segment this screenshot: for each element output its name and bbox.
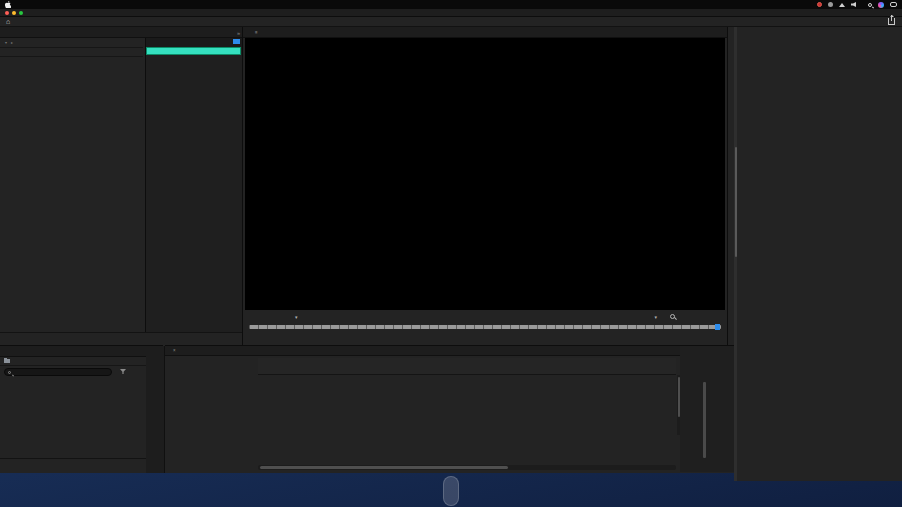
home-icon[interactable]: ⌂: [6, 18, 10, 26]
sequence-tab[interactable]: ×: [165, 346, 680, 356]
zoom-level-select[interactable]: ▾: [295, 314, 298, 320]
desktop: ⌂ » ▾ ▸: [0, 0, 902, 507]
effects-list: [737, 27, 902, 481]
dock: [443, 476, 459, 506]
chevron-down-icon: ▾: [5, 40, 7, 45]
filter-icon[interactable]: [120, 369, 126, 374]
minimize-button[interactable]: [12, 11, 16, 15]
effect-controls-tabs: [0, 27, 242, 38]
status-dot-icon[interactable]: [828, 2, 833, 7]
menu-status-area: [817, 2, 897, 8]
search-input[interactable]: [4, 368, 112, 376]
panel-gutter: [680, 345, 734, 472]
spotlight-icon[interactable]: [868, 3, 872, 7]
timeline-panel: ×: [165, 345, 680, 472]
program-monitor-panel: ≡ ▾ ▾: [243, 27, 728, 345]
effect-controls-footer: [0, 332, 242, 343]
timeline-hscrollbar[interactable]: [258, 465, 676, 470]
project-search-row: [0, 366, 162, 378]
close-button[interactable]: [5, 11, 9, 15]
program-video-area[interactable]: [245, 38, 725, 310]
quick-export-icon[interactable]: [888, 18, 895, 25]
timeline-ruler[interactable]: [258, 358, 676, 375]
settings-wrench-icon[interactable]: [670, 314, 675, 319]
scrubber-track[interactable]: [249, 325, 721, 329]
breadcrumb[interactable]: [0, 357, 162, 366]
effect-controls-timeline[interactable]: [145, 38, 242, 333]
project-toolbar: [0, 458, 162, 472]
audio-clip-bar[interactable]: [146, 47, 241, 55]
eject-icon[interactable]: [839, 3, 845, 7]
workspace-bar: ⌂: [0, 17, 902, 27]
project-tabs: [0, 346, 162, 357]
program-tabs: ≡: [243, 27, 727, 38]
premiere-window: ⌂ » ▾ ▸: [0, 9, 902, 473]
transport-controls: [243, 333, 727, 345]
timeline-tracks: [258, 375, 676, 464]
zoom-button[interactable]: [19, 11, 23, 15]
close-icon[interactable]: ×: [173, 348, 176, 353]
chevron-right-icon: ▸: [11, 40, 13, 45]
scrubber-playhead[interactable]: [715, 324, 720, 330]
effect-controls-panel: » ▾ ▸: [0, 27, 243, 345]
screen-recording-icon[interactable]: [817, 2, 822, 7]
control-center-icon[interactable]: [890, 2, 897, 7]
search-icon: [8, 371, 11, 374]
tool-palette: [146, 346, 165, 473]
clip-selector-row[interactable]: ▾ ▸: [0, 38, 143, 48]
menu-bar: [0, 0, 902, 9]
volume-icon[interactable]: [851, 2, 856, 7]
title-bar: [0, 9, 902, 17]
effects-panel: [734, 27, 902, 481]
audio-section-header[interactable]: [0, 48, 143, 57]
program-info-bar: ▾ ▾: [243, 312, 727, 322]
project-panel: »: [0, 345, 163, 472]
effect-controls-ruler[interactable]: [146, 38, 242, 47]
apple-menu-icon[interactable]: [5, 1, 11, 8]
bin-icon: [4, 359, 10, 363]
siri-icon[interactable]: [878, 2, 884, 8]
program-scrubber[interactable]: [249, 324, 721, 330]
panel-overflow-icon[interactable]: »: [235, 30, 240, 36]
scroll-marker[interactable]: [233, 39, 240, 44]
panel-menu-icon[interactable]: ≡: [255, 30, 258, 35]
playback-resolution-select[interactable]: ▾: [654, 314, 657, 320]
